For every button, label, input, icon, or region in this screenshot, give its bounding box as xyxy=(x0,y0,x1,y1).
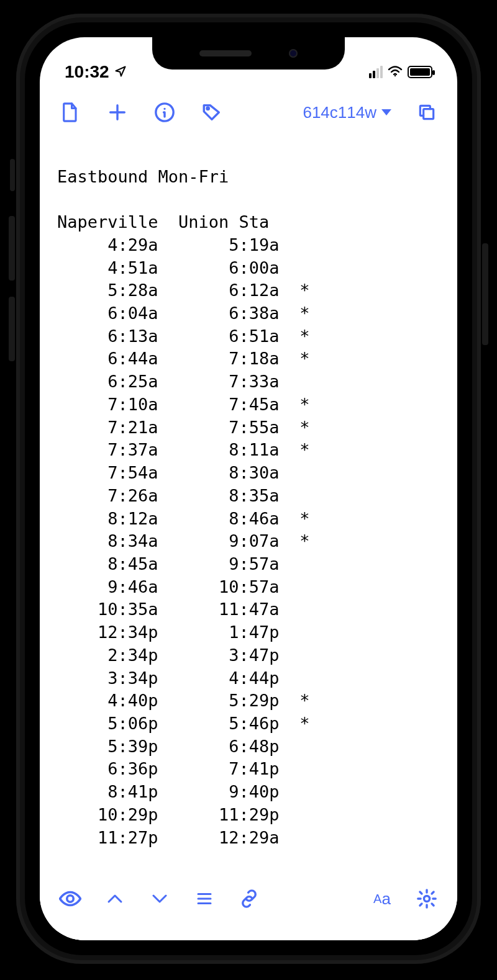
settings-button[interactable] xyxy=(415,887,439,910)
schedule-title: Eastbound Mon-Fri xyxy=(57,166,440,189)
notch xyxy=(152,37,345,70)
prev-button[interactable] xyxy=(103,887,127,910)
wifi-icon xyxy=(388,62,403,82)
link-button[interactable] xyxy=(237,887,261,910)
tag-button[interactable] xyxy=(200,101,224,124)
new-file-button[interactable] xyxy=(58,101,82,124)
cell-signal-icon xyxy=(369,66,383,78)
branch-dropdown[interactable]: 614c114w xyxy=(303,103,391,122)
font-button[interactable]: Aa xyxy=(370,887,394,910)
top-toolbar: 614c114w xyxy=(40,87,457,135)
schedule-table: Naperville Union Sta 4:29a 5:19a 4:51a 6… xyxy=(57,211,440,849)
copy-button[interactable] xyxy=(415,101,439,124)
screen: 10:32 xyxy=(40,37,457,940)
svg-point-2 xyxy=(207,107,209,109)
mute-switch xyxy=(10,159,15,191)
location-icon xyxy=(114,62,127,82)
info-button[interactable] xyxy=(153,101,176,124)
home-indicator[interactable] xyxy=(180,927,317,932)
editor-content[interactable]: Eastbound Mon-FriNaperville Union Sta 4:… xyxy=(40,135,457,861)
volume-up-button xyxy=(9,216,15,281)
front-camera xyxy=(289,49,298,58)
menu-button[interactable] xyxy=(193,887,216,910)
svg-point-5 xyxy=(424,896,429,901)
svg-point-0 xyxy=(394,75,396,76)
svg-rect-3 xyxy=(424,109,434,119)
volume-down-button xyxy=(9,297,15,361)
add-button[interactable] xyxy=(106,101,129,124)
battery-icon xyxy=(408,66,432,78)
power-button xyxy=(482,243,488,345)
preview-button[interactable] xyxy=(58,887,82,910)
phone-frame: 10:32 xyxy=(16,14,481,964)
next-button[interactable] xyxy=(148,887,171,910)
svg-point-4 xyxy=(67,896,74,902)
branch-label: 614c114w xyxy=(303,103,376,122)
status-time: 10:32 xyxy=(65,62,109,82)
speaker-grille xyxy=(199,50,252,56)
chevron-down-icon xyxy=(381,109,391,115)
bottom-toolbar: Aa xyxy=(40,878,457,940)
